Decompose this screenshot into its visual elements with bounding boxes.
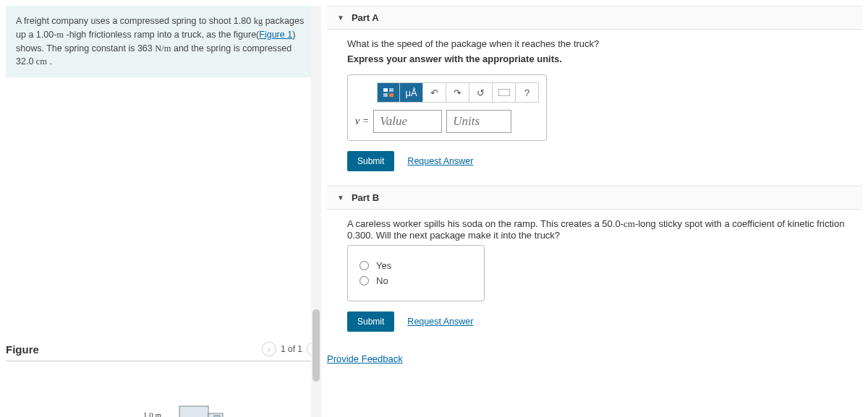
request-answer-a[interactable]: Request Answer — [407, 156, 473, 166]
radio-no[interactable] — [359, 276, 369, 285]
help-button[interactable]: ? — [516, 82, 539, 103]
caret-down-icon: ▼ — [337, 14, 344, 22]
figure-header: Figure ‹ 1 of 1 › — [6, 338, 321, 361]
svg-rect-22 — [383, 93, 388, 97]
part-b-question: A careless worker spills his soda on the… — [347, 218, 852, 241]
units-input[interactable] — [446, 110, 511, 133]
svg-rect-4 — [179, 406, 208, 417]
submit-button-a[interactable]: Submit — [347, 151, 394, 171]
option-no[interactable]: No — [359, 275, 472, 286]
radio-yes[interactable] — [359, 261, 369, 270]
part-a-header[interactable]: ▼ Part A — [327, 6, 862, 30]
part-b-title: Part B — [352, 192, 379, 203]
problem-text: A freight company uses a compressed spri… — [16, 16, 254, 26]
part-a-title: Part A — [352, 12, 379, 23]
special-chars-button[interactable]: μÅ — [400, 82, 423, 103]
figure-diagram: 1.0 m 50-cm-long — [6, 361, 321, 417]
figure-link[interactable]: Figure 1 — [259, 30, 292, 40]
keyboard-button[interactable] — [493, 82, 516, 103]
variable-label: v = — [355, 116, 369, 127]
template-tool-button[interactable] — [377, 82, 400, 103]
reset-button[interactable]: ↺ — [469, 82, 493, 103]
part-a-instruction: Express your answer with the appropriate… — [347, 53, 852, 64]
svg-rect-24 — [498, 89, 510, 96]
answer-box-b: Yes No — [347, 245, 485, 301]
problem-statement: A freight company uses a compressed spri… — [6, 6, 321, 77]
dim-height-label: 1.0 m — [143, 410, 162, 417]
part-b-header[interactable]: ▼ Part B — [327, 186, 862, 210]
option-yes[interactable]: Yes — [359, 260, 472, 271]
answer-box-a: μÅ ↶ ↷ ↺ ? v = — [347, 74, 547, 141]
svg-rect-23 — [389, 93, 393, 97]
svg-rect-21 — [389, 88, 393, 92]
undo-button[interactable]: ↶ — [423, 82, 446, 103]
svg-rect-20 — [383, 88, 388, 92]
part-a-question: What is the speed of the package when it… — [347, 38, 852, 49]
figure-nav-label: 1 of 1 — [281, 344, 302, 354]
redo-button[interactable]: ↷ — [446, 82, 469, 103]
figure-title: Figure — [6, 343, 39, 356]
provide-feedback-link[interactable]: Provide Feedback — [327, 353, 403, 364]
request-answer-b[interactable]: Request Answer — [407, 317, 473, 327]
submit-button-b[interactable]: Submit — [347, 311, 394, 332]
left-scrollbar[interactable] — [311, 6, 321, 417]
value-input[interactable] — [373, 110, 442, 133]
caret-down-icon: ▼ — [337, 194, 344, 202]
figure-prev-button[interactable]: ‹ — [262, 342, 276, 356]
